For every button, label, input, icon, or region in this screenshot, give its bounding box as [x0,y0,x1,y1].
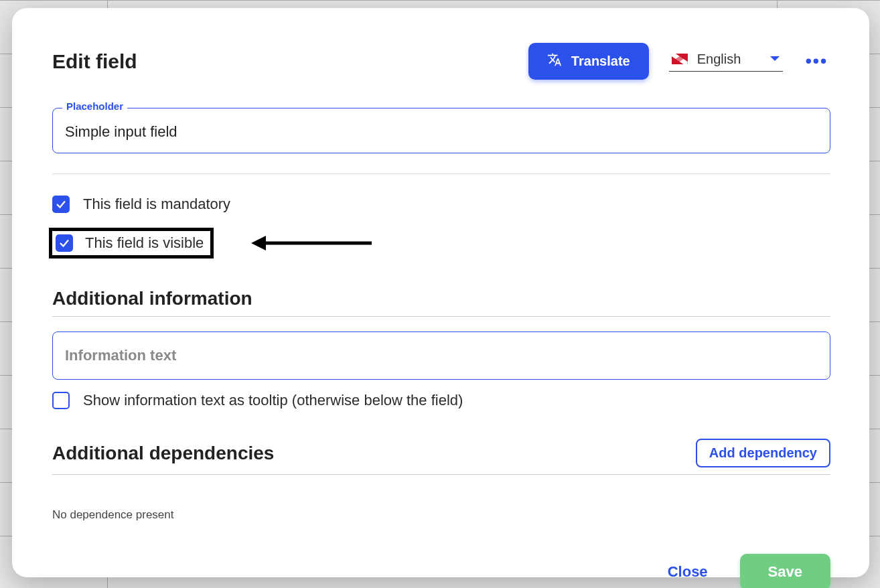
info-text-input[interactable] [65,347,818,364]
add-dependency-button[interactable]: Add dependency [696,439,830,467]
close-button[interactable]: Close [668,563,708,581]
mandatory-checkbox-row: This field is mandatory [52,196,830,213]
placeholder-field-group: Placeholder [52,108,830,153]
placeholder-input[interactable] [65,123,818,141]
tooltip-checkbox-row: Show information text as tooltip (otherw… [52,392,830,409]
divider [52,173,830,174]
additional-info-heading: Additional information [52,288,830,309]
modal-header: Edit field Translate English ••• [52,43,830,80]
svg-marker-1 [251,236,266,250]
highlight-annotation: This field is visible [49,228,214,259]
mandatory-label: This field is mandatory [83,196,230,213]
chevron-down-icon [769,53,780,65]
deps-divider [52,474,830,475]
modal-title: Edit field [52,50,137,73]
translate-label: Translate [571,54,630,69]
language-select[interactable]: English [669,52,783,72]
flag-uk-icon [672,54,688,64]
no-dependency-text: No dependence present [52,508,830,522]
placeholder-field-label: Placeholder [62,100,127,112]
tooltip-checkbox[interactable] [52,392,70,409]
visible-row-highlighted: This field is visible [52,228,830,259]
modal-footer: Close Save [52,522,830,588]
info-text-field-group [52,332,830,380]
mandatory-checkbox[interactable] [52,196,70,213]
dependencies-header-row: Additional dependencies Add dependency [52,439,830,467]
section-divider [52,316,830,317]
language-label: English [697,52,760,67]
arrow-annotation-icon [251,233,372,253]
save-button[interactable]: Save [740,554,830,588]
visible-label: This field is visible [85,234,204,252]
visible-checkbox[interactable] [56,234,73,252]
header-actions: Translate English ••• [528,43,830,80]
more-menu-icon[interactable]: ••• [803,48,830,74]
translate-button[interactable]: Translate [528,43,649,80]
dependencies-heading: Additional dependencies [52,443,274,464]
edit-field-modal: Edit field Translate English ••• Placeho… [12,8,869,577]
translate-icon [547,52,562,70]
tooltip-label: Show information text as tooltip (otherw… [83,392,463,409]
